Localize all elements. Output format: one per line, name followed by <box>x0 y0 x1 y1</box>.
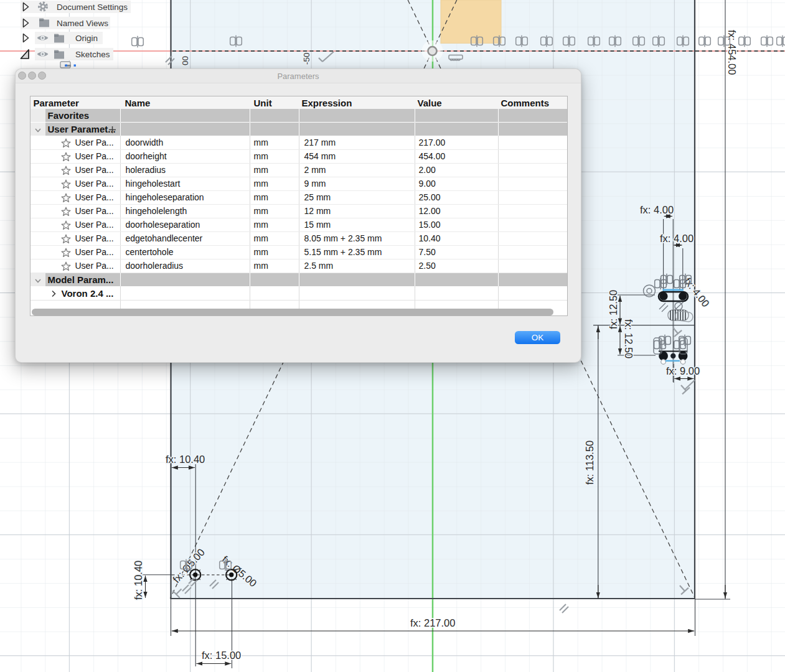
svg-text:fx: 10.40: fx: 10.40 <box>133 561 144 600</box>
svg-text:00: 00 <box>181 56 190 65</box>
svg-text:-50: -50 <box>302 52 311 65</box>
svg-text:fx: 10.40: fx: 10.40 <box>166 454 205 465</box>
svg-text:fx: 217.00: fx: 217.00 <box>410 617 455 628</box>
svg-text:fx: 12.50: fx: 12.50 <box>608 290 619 329</box>
svg-text:fx: 4.00: fx: 4.00 <box>640 204 674 215</box>
svg-text:fx: 15.00: fx: 15.00 <box>202 650 241 661</box>
svg-text:fx: 113.50: fx: 113.50 <box>584 441 595 485</box>
svg-text:fx: 12.50: fx: 12.50 <box>623 319 634 358</box>
svg-text:fx: 4.00: fx: 4.00 <box>660 233 693 244</box>
svg-text:fx: 9.00: fx: 9.00 <box>666 365 700 376</box>
